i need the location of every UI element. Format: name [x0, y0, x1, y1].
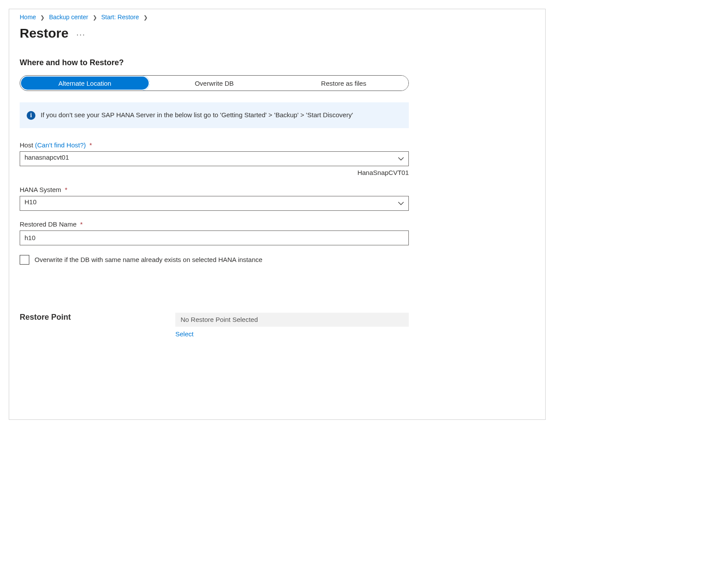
hana-system-label-text: HANA System — [20, 186, 61, 193]
chevron-right-icon: ❯ — [143, 14, 148, 21]
restored-db-name-input[interactable] — [20, 230, 409, 245]
page-title: Restore — [20, 26, 69, 41]
overwrite-checkbox-label: Overwrite if the DB with same name alrea… — [35, 256, 262, 263]
restore-point-select-link[interactable]: Select — [175, 330, 194, 338]
required-indicator: * — [80, 220, 83, 228]
breadcrumb-home[interactable]: Home — [20, 14, 36, 21]
restored-db-name-label: Restored DB Name * — [20, 220, 535, 228]
host-label-text: Host — [20, 141, 33, 149]
required-indicator: * — [65, 186, 67, 193]
host-helper-text: HanaSnapCVT01 — [20, 169, 409, 176]
host-select[interactable]: hanasnapcvt01 — [20, 151, 409, 166]
info-text: If you don't see your SAP HANA Server in… — [41, 110, 353, 120]
tab-overwrite-db[interactable]: Overwrite DB — [150, 76, 279, 91]
cant-find-host-link[interactable]: (Can't find Host?) — [35, 141, 86, 149]
breadcrumb: Home ❯ Backup center ❯ Start: Restore ❯ — [20, 14, 535, 21]
restored-db-name-label-text: Restored DB Name — [20, 220, 77, 228]
info-banner: i If you don't see your SAP HANA Server … — [20, 102, 409, 128]
restore-mode-tabs: Alternate Location Overwrite DB Restore … — [20, 75, 409, 91]
restore-point-label: Restore Point — [20, 313, 175, 322]
more-actions-icon[interactable]: ··· — [77, 30, 86, 39]
info-icon: i — [27, 111, 35, 120]
breadcrumb-start-restore[interactable]: Start: Restore — [101, 14, 139, 21]
chevron-right-icon: ❯ — [93, 14, 97, 21]
required-indicator: * — [89, 141, 92, 149]
hana-system-label: HANA System * — [20, 186, 535, 193]
overwrite-checkbox[interactable] — [20, 255, 29, 265]
host-label: Host (Can't find Host?) * — [20, 141, 535, 149]
hana-system-select[interactable]: H10 — [20, 196, 409, 211]
breadcrumb-backup-center[interactable]: Backup center — [49, 14, 88, 21]
chevron-right-icon: ❯ — [40, 14, 45, 21]
tab-restore-as-files[interactable]: Restore as files — [279, 76, 408, 91]
restore-point-status: No Restore Point Selected — [175, 313, 409, 327]
tab-alternate-location[interactable]: Alternate Location — [20, 76, 150, 91]
section-heading: Where and how to Restore? — [20, 58, 535, 67]
